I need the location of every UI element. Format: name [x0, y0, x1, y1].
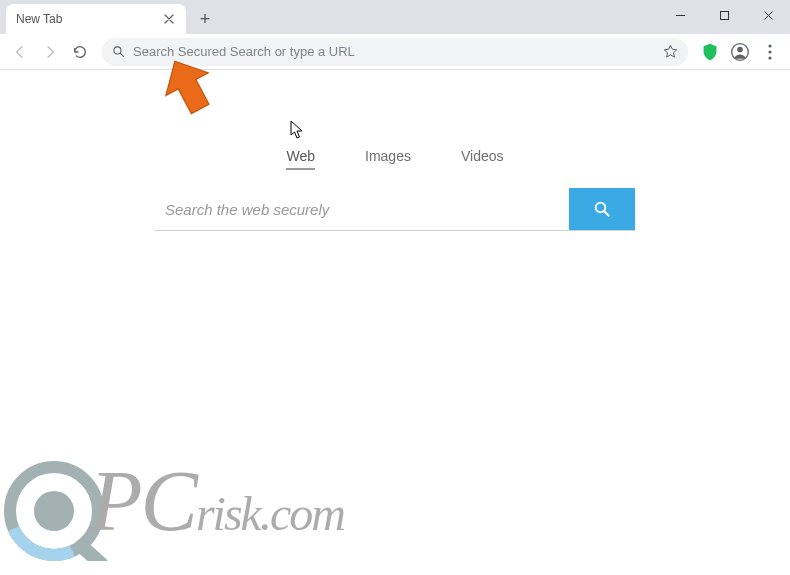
tab-bar: New Tab +	[0, 0, 790, 34]
new-tab-button[interactable]: +	[192, 6, 218, 32]
tab-videos[interactable]: Videos	[461, 148, 504, 170]
kebab-menu-icon[interactable]	[756, 38, 784, 66]
bookmark-star-icon[interactable]	[663, 44, 678, 59]
window-controls	[658, 0, 790, 30]
tab-web[interactable]: Web	[286, 148, 315, 170]
svg-point-5	[768, 50, 771, 53]
minimize-button[interactable]	[658, 0, 702, 30]
search-input[interactable]	[155, 188, 569, 230]
reload-button[interactable]	[66, 38, 94, 66]
svg-rect-0	[720, 11, 728, 19]
search-category-nav: Web Images Videos	[0, 70, 790, 170]
maximize-button[interactable]	[702, 0, 746, 30]
search-button[interactable]	[569, 188, 635, 230]
back-button[interactable]	[6, 38, 34, 66]
forward-button[interactable]	[36, 38, 64, 66]
omnibox[interactable]	[102, 38, 688, 66]
search-icon	[112, 45, 125, 58]
browser-tab[interactable]: New Tab	[6, 4, 186, 34]
profile-button[interactable]	[726, 38, 754, 66]
browser-toolbar	[0, 34, 790, 70]
page-content: Web Images Videos	[0, 70, 790, 575]
tab-images[interactable]: Images	[365, 148, 411, 170]
svg-point-3	[737, 46, 743, 52]
svg-point-6	[768, 56, 771, 59]
shield-extension-icon[interactable]	[696, 38, 724, 66]
tab-title: New Tab	[16, 12, 162, 26]
search-box-container	[155, 188, 635, 231]
omnibox-input[interactable]	[133, 44, 655, 59]
svg-point-4	[768, 44, 771, 47]
close-window-button[interactable]	[746, 0, 790, 30]
close-tab-icon[interactable]	[162, 12, 176, 26]
